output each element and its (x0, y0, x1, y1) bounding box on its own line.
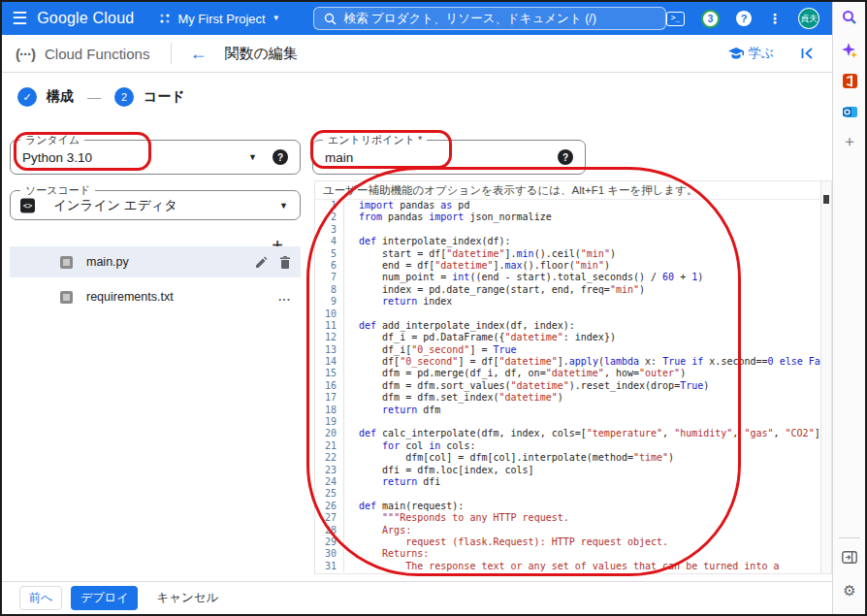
product-name: Cloud Functions (45, 46, 149, 62)
delete-file-icon[interactable] (279, 256, 291, 269)
line-number: 12 (315, 332, 344, 343)
line-number: 6 (315, 260, 344, 272)
stepper: ✓ 構成 — 2 コード (17, 87, 185, 107)
line-number: 3 (315, 224, 344, 236)
code-line: 5 start = df["datetime"].min().ceil("min… (315, 248, 831, 260)
project-selector[interactable]: My First Project ▼ (159, 12, 279, 26)
back-button[interactable]: ← (189, 44, 207, 64)
learn-link[interactable]: 学ぶ (728, 45, 774, 62)
line-number: 9 (315, 296, 344, 308)
line-number: 30 (315, 548, 344, 560)
editor-scrollbar[interactable] (820, 181, 831, 574)
footer-divider (2, 581, 832, 582)
step1-check-icon[interactable]: ✓ (17, 87, 37, 107)
entrypoint-help-icon[interactable]: ? (558, 149, 573, 165)
cloud-functions-icon: (···) (16, 46, 35, 62)
runtime-label: ランタイム (20, 133, 84, 147)
line-number: 8 (315, 284, 344, 296)
office-icon[interactable] (833, 74, 866, 88)
line-number: 29 (315, 536, 344, 548)
open-panel-icon[interactable] (833, 551, 866, 564)
collapse-panel-icon[interactable] (799, 46, 815, 61)
topbar-actions: >_ 3 ? ⋮ 貞夫 (666, 8, 832, 29)
code-line: 3 (315, 224, 831, 236)
source-code-select[interactable]: ソースコード <> インライン エディタ ▼ (10, 190, 301, 220)
line-number: 28 (315, 525, 344, 536)
code-line: 14 df["0_second"] = df["datetime"].apply… (315, 356, 831, 368)
project-icon (159, 13, 171, 24)
line-number: 19 (315, 416, 344, 428)
entrypoint-field[interactable]: エントリポイント * main ? (312, 140, 586, 175)
step2-number[interactable]: 2 (114, 87, 134, 107)
step2-label[interactable]: コード (144, 88, 185, 106)
line-number: 11 (315, 320, 344, 332)
runtime-select[interactable]: ランタイム Python 3.10 ▼ ? (10, 140, 301, 175)
menu-icon[interactable]: ☰ (2, 8, 37, 29)
more-options-icon[interactable]: ⋮ (768, 11, 782, 26)
edit-file-icon[interactable] (255, 256, 268, 269)
code-editor[interactable]: ユーザー補助機能のオプションを表示するには、Alt+F1 キーを押します。 1i… (314, 180, 832, 574)
sidebar-divider (839, 537, 860, 538)
cancel-button[interactable]: キャンセル (146, 586, 228, 610)
line-number: 5 (315, 248, 344, 260)
code-line: 27 """Responds to any HTTP request. (315, 512, 831, 524)
code-line: 24 return dfi (315, 476, 831, 488)
line-number: 22 (315, 452, 344, 464)
line-number: 2 (315, 211, 344, 223)
search-icon (324, 13, 337, 25)
search-input[interactable]: 検索 プロダクト、リソース、ドキュメント (/) (313, 7, 666, 30)
code-line: 22 dfm[col] = dfm[col].interpolate(metho… (315, 452, 831, 464)
chevron-down-icon[interactable]: ▼ (279, 201, 288, 211)
notifications-badge[interactable]: 3 (701, 10, 720, 28)
code-line: 29 request (flask.Request): HTTP request… (315, 536, 831, 548)
accessibility-message: ユーザー補助機能のオプションを表示するには、Alt+F1 キーを押します。 (315, 181, 831, 200)
search-icon[interactable] (833, 10, 866, 25)
add-icon[interactable]: ＋ (833, 132, 866, 152)
vertical-divider (171, 43, 172, 64)
settings-icon[interactable]: ⚙ (833, 582, 866, 600)
line-number: 24 (315, 476, 344, 488)
file-icon (60, 256, 73, 269)
scrollbar-thumb[interactable] (823, 195, 829, 204)
back-step-button[interactable]: 前へ (19, 586, 62, 610)
avatar[interactable]: 貞夫 (798, 8, 819, 29)
code-line: 16 dfm = dfm.sort_values("datetime").res… (315, 380, 831, 392)
outlook-icon[interactable] (833, 105, 866, 119)
runtime-value: Python 3.10 (22, 150, 92, 165)
code-lines: 1import pandas as pd2from pandas import … (315, 200, 831, 572)
help-icon[interactable]: ? (736, 11, 752, 26)
code-line: 25 (315, 488, 831, 500)
graduation-cap-icon (728, 48, 744, 60)
code-line: 10 (315, 308, 831, 320)
file-more-icon[interactable]: ... (278, 290, 291, 304)
code-line: 23 dfi = dfm.loc[index, cols] (315, 465, 831, 476)
code-line: 2from pandas import json_normalize (315, 211, 831, 223)
entrypoint-label: エントリポイント * (323, 133, 427, 147)
runtime-help-icon[interactable]: ? (273, 149, 288, 165)
deploy-button[interactable]: デプロイ (71, 586, 138, 610)
step1-label[interactable]: 構成 (47, 88, 74, 106)
line-number: 27 (315, 512, 344, 524)
browser-sidebar: ＋ ⚙ (832, 2, 865, 614)
appbar: (···) Cloud Functions ← 関数の編集 学ぶ (2, 35, 832, 73)
cloud-shell-icon[interactable]: >_ (666, 12, 685, 26)
line-number: 17 (315, 392, 344, 404)
line-number: 25 (315, 488, 344, 500)
code-line: 28 Args: (315, 525, 831, 536)
app-window: ☰ Google Cloud My First Project ▼ 検索 プロダ… (0, 0, 867, 616)
code-line: 7 num_point = int((end - start).total_se… (315, 272, 831, 283)
line-number: 15 (315, 368, 344, 379)
source-code-value: インライン エディタ (53, 197, 177, 214)
code-line: 26def main(request): (315, 501, 831, 512)
line-number: 31 (315, 561, 344, 572)
file-item-main-py[interactable]: main.py (10, 246, 301, 277)
code-editor-icon: <> (20, 198, 35, 212)
page-title: 関数の編集 (224, 45, 297, 63)
copilot-icon[interactable] (833, 43, 866, 58)
line-number: 1 (315, 200, 344, 211)
code-line: 15 dfm = pd.merge(df_i, df, on="datetime… (315, 368, 831, 379)
topbar: ☰ Google Cloud My First Project ▼ 検索 プロダ… (2, 2, 832, 35)
chevron-down-icon[interactable]: ▼ (248, 152, 257, 162)
google-cloud-logo: Google Cloud (37, 10, 134, 27)
file-item-requirements-txt[interactable]: requirements.txt ... (10, 281, 301, 312)
